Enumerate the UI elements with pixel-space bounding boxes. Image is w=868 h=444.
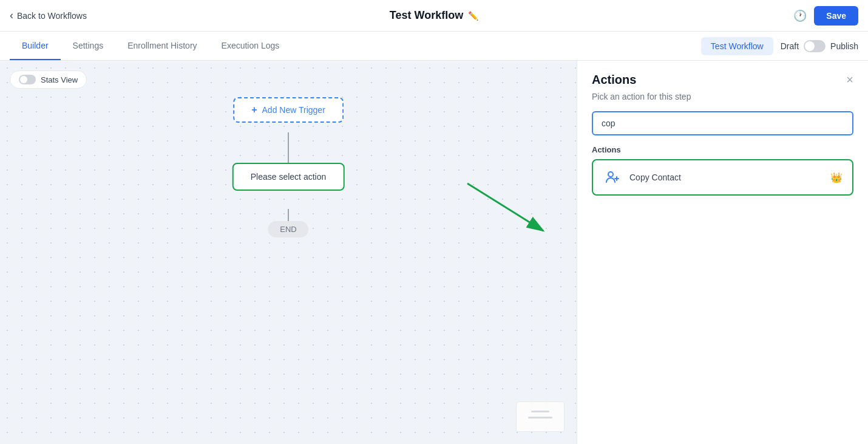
panel-title: Actions [592, 73, 636, 87]
top-bar-right: 🕐 Save [793, 6, 858, 26]
save-button[interactable]: Save [814, 6, 858, 26]
premium-crown-icon: 👑 [830, 172, 843, 183]
draft-toggle-area: Draft Publish [781, 40, 858, 52]
action-node-label: Please select action [251, 172, 327, 182]
workflow-canvas[interactable]: Stats View + Add New Trigger Please sele… [0, 61, 577, 444]
connector-line-1 [288, 132, 289, 163]
panel-close-button[interactable]: × [846, 73, 853, 87]
tab-builder[interactable]: Builder [10, 32, 61, 60]
stats-view-label: Stats View [41, 75, 78, 84]
tab-settings[interactable]: Settings [61, 32, 116, 60]
edit-title-icon[interactable]: ✏️ [468, 11, 478, 21]
mini-map-line-2 [528, 417, 552, 418]
end-node: END [268, 221, 308, 237]
copy-contact-item[interactable]: Copy Contact 👑 [592, 159, 853, 196]
top-bar: ‹ Back to Workflows Test Workflow ✏️ 🕐 S… [0, 0, 868, 32]
back-label: Back to Workflows [17, 11, 87, 21]
mini-map-line-1 [531, 411, 549, 412]
mini-map [516, 401, 565, 432]
copy-contact-label: Copy Contact [629, 172, 823, 182]
tab-enrollment-history[interactable]: Enrollment History [115, 32, 209, 60]
plus-icon: + [251, 104, 257, 115]
panel-header: Actions × [577, 61, 868, 92]
connector-line-2 [288, 209, 289, 221]
copy-contact-icon [603, 168, 622, 187]
publish-label[interactable]: Publish [830, 41, 858, 51]
test-workflow-button[interactable]: Test Workflow [701, 37, 773, 55]
workflow-title: Test Workflow [390, 9, 463, 22]
nav-tabs: Builder Settings Enrollment History Exec… [0, 32, 868, 61]
stats-toggle-switch[interactable] [19, 75, 36, 84]
workflow-title-area: Test Workflow ✏️ [390, 9, 478, 22]
svg-line-1 [467, 183, 543, 231]
actions-section-label: Actions [577, 145, 868, 159]
draft-publish-toggle[interactable] [804, 40, 826, 52]
panel-subtitle: Pick an action for this step [577, 92, 868, 111]
tab-execution-logs[interactable]: Execution Logs [209, 32, 292, 60]
action-node[interactable]: Please select action [232, 163, 345, 191]
back-to-workflows[interactable]: ‹ Back to Workflows [10, 9, 87, 22]
draft-label: Draft [781, 41, 799, 51]
svg-point-2 [608, 172, 613, 177]
main-content: Stats View + Add New Trigger Please sele… [0, 61, 868, 444]
tabs-left: Builder Settings Enrollment History Exec… [10, 32, 291, 60]
add-trigger-label: Add New Trigger [262, 105, 325, 115]
tabs-right: Test Workflow Draft Publish [701, 37, 858, 55]
user-plus-icon [605, 170, 620, 185]
actions-panel: Actions × Pick an action for this step A… [577, 61, 868, 444]
back-arrow-icon: ‹ [10, 9, 13, 22]
action-search-input[interactable] [592, 111, 853, 135]
stats-view-toggle[interactable]: Stats View [10, 70, 87, 89]
add-trigger-node[interactable]: + Add New Trigger [233, 97, 344, 123]
history-icon[interactable]: 🕐 [793, 9, 807, 22]
